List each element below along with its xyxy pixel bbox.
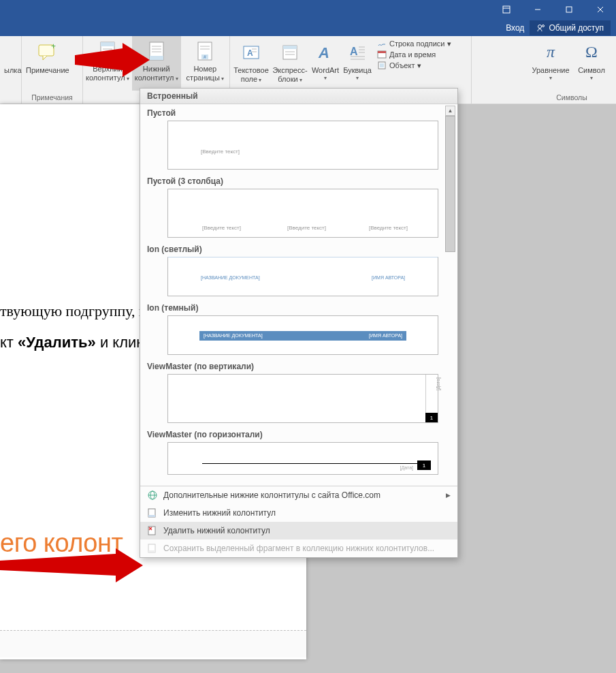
sign-in-link[interactable]: Вход [506, 23, 524, 33]
comments-group-label: Примечания [23, 92, 81, 104]
share-button[interactable]: Общий доступ [530, 20, 611, 35]
globe-icon [147, 490, 158, 501]
share-label: Общий доступ [549, 23, 604, 33]
ribbon-display-options[interactable] [491, 0, 522, 19]
minimize-button[interactable] [522, 0, 553, 19]
annotation-arrow [75, 43, 150, 84]
remove-footer-icon [147, 525, 158, 536]
svg-rect-48 [148, 515, 155, 517]
date-time-button[interactable]: Дата и время [377, 50, 451, 59]
svg-rect-53 [148, 550, 155, 552]
gallery-scrollbar[interactable]: ▲ [444, 106, 456, 252]
svg-marker-55 [0, 548, 143, 582]
svg-text:A: A [350, 46, 358, 57]
remove-footer[interactable]: Удалить нижний колонтитул [140, 522, 457, 539]
svg-rect-30 [283, 46, 297, 49]
svg-rect-0 [503, 6, 510, 13]
scroll-up-button[interactable]: ▲ [445, 106, 455, 116]
close-button[interactable] [585, 0, 616, 19]
gallery-item-viewmaster-h[interactable]: ViewMaster (по горизонтали) [Дата] 1 [147, 430, 442, 475]
save-gallery-icon [147, 543, 158, 554]
svg-rect-16 [150, 56, 163, 60]
annotation-arrow [0, 548, 143, 589]
symbols-group-label: Символы [529, 92, 615, 104]
page-number-button[interactable]: # Номерстраницы ▾ [181, 36, 229, 91]
svg-point-7 [542, 25, 545, 27]
gallery-item-ion-light[interactable]: Ion (светлый) [НАЗВАНИЕ ДОКУМЕНТА] [ИМЯ … [147, 245, 442, 296]
quick-parts-button[interactable]: Экспресс-блоки ▾ [271, 37, 309, 92]
svg-rect-3 [566, 7, 572, 12]
maximize-button[interactable] [553, 0, 585, 19]
wordart-button[interactable]: A WordArt▾ [309, 37, 342, 92]
drop-cap-button[interactable]: A Буквица▾ [342, 37, 373, 92]
svg-rect-43 [380, 63, 384, 67]
hyperlink-button-partial[interactable]: ылка [1, 37, 25, 92]
svg-text:+: + [51, 44, 56, 51]
svg-rect-41 [378, 51, 386, 53]
gallery-item-blank-3col[interactable]: Пустой (3 столбца) [Введите текст] [Введ… [147, 176, 442, 238]
document-text-line: твующую подгруппу, на [0, 302, 154, 320]
signature-line-button[interactable]: Строка подписи ▾ [377, 39, 451, 48]
svg-text:#: # [204, 54, 206, 59]
symbol-button[interactable]: Ω Символ▾ [572, 37, 611, 92]
svg-text:A: A [318, 44, 329, 61]
svg-point-6 [538, 25, 542, 28]
more-footers-online[interactable]: Дополнительные нижние колонтитулы с сайт… [140, 486, 457, 504]
account-row: Вход Общий доступ [0, 19, 616, 36]
document-area: твующую подгруппу, на кт «Удалить» и кли… [0, 104, 616, 673]
gallery-item-blank[interactable]: Пустой [Введите текст] [147, 108, 442, 170]
equation-button[interactable]: π Уравнение▾ [529, 37, 572, 92]
scroll-thumb[interactable] [445, 116, 455, 252]
footer-gallery-dropdown: Встроенный ▲ Пустой [Введите текст] Пуст… [140, 88, 458, 558]
edit-footer[interactable]: Изменить нижний колонтитул [140, 504, 457, 522]
document-text-line: кт «Удалить» и кликн [0, 334, 151, 351]
object-button[interactable]: Объект ▾ [377, 61, 451, 70]
titlebar [0, 0, 616, 19]
submenu-arrow-icon: ▶ [446, 492, 451, 499]
page-footer-area[interactable] [0, 630, 306, 657]
gallery-item-viewmaster-v[interactable]: ViewMaster (по вертикали) [Дата] 1 [147, 362, 442, 423]
svg-marker-54 [75, 43, 150, 77]
gallery-item-ion-dark[interactable]: Ion (темный) [НАЗВАНИЕ ДОКУМЕНТА] [ИМЯ А… [147, 303, 442, 355]
save-selection-to-gallery: Сохранить выделенный фрагмент в коллекци… [140, 539, 457, 557]
edit-footer-icon [147, 507, 158, 518]
comment-button[interactable]: + Примечание [23, 37, 72, 92]
text-box-button[interactable]: A Текстовоеполе ▾ [231, 37, 271, 92]
gallery-section-header: Встроенный [140, 89, 457, 104]
svg-text:A: A [247, 48, 253, 58]
